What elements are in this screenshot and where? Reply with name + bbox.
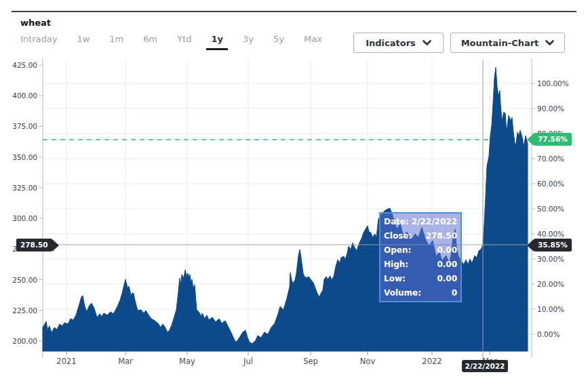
price-chart[interactable]: 100.00%90.00%80.00%70.00%60.00%50.00%40.…	[0, 0, 588, 383]
y-left-axis-label: 350.00	[12, 153, 37, 161]
tooltip-value: 0.00	[437, 243, 457, 257]
tooltip-label: Low:	[384, 272, 406, 285]
tooltip-label: Volume:	[384, 286, 421, 300]
y-right-axis-label: 0.00%	[537, 330, 560, 338]
tooltip-label: Open:	[384, 243, 411, 257]
y-right-axis-label: 40.00%	[537, 230, 564, 238]
x-axis-label: Sep	[303, 357, 318, 366]
y-left-axis-label: 325.00	[12, 184, 37, 192]
x-axis-label: 2022	[422, 357, 442, 366]
x-axis-label: Nov	[360, 357, 376, 366]
price-area-series[interactable]	[43, 67, 528, 351]
date-crosshair-badge: 2/22/2022	[462, 360, 508, 372]
price-crosshair-badge: 278.50	[16, 239, 52, 251]
y-left-axis-label: 225.00	[12, 306, 37, 315]
crosshair-tooltip: Date:2/22/2022Close:278.50Open:0.00High:…	[379, 212, 462, 302]
y-left-axis-label: 400.00	[12, 92, 37, 100]
y-left-axis-label: 375.00	[12, 122, 37, 130]
y-right-axis-label: 70.00%	[537, 155, 564, 163]
y-right-axis-label: 60.00%	[537, 180, 564, 188]
y-left-axis-label: 300.00	[12, 214, 37, 222]
tooltip-value: 2/22/2022	[412, 215, 457, 228]
tooltip-value: 278.50	[426, 229, 457, 243]
tooltip-row: High:0.00	[384, 258, 457, 271]
y-left-axis-label: 250.00	[12, 276, 37, 284]
tooltip-row: Low:0.00	[384, 272, 457, 285]
y-right-axis-label: 100.00%	[537, 79, 569, 87]
tooltip-label: Date:	[384, 215, 409, 228]
y-right-axis-label: 90.00%	[537, 104, 564, 113]
tooltip-row: Close:278.50	[384, 229, 457, 243]
tooltip-value: 0	[452, 286, 457, 300]
y-left-axis-label: 200.00	[12, 337, 37, 345]
x-axis-label: Jul	[243, 357, 253, 366]
tooltip-row: Volume:0	[384, 286, 457, 300]
percent-crosshair-badge: 35.85%	[534, 239, 572, 251]
tooltip-value: 0.00	[437, 258, 457, 271]
y-right-axis-label: 10.00%	[537, 305, 564, 313]
y-left-axis-label: 425.00	[12, 61, 37, 69]
y-right-axis-label: 50.00%	[537, 205, 564, 213]
tooltip-label: Close:	[384, 229, 412, 243]
x-axis-label: May	[179, 357, 195, 366]
current-percent-badge: 77.56%	[534, 133, 572, 146]
x-axis-label: 2021	[56, 357, 76, 366]
wheat-chart-app: wheat Intraday1w1m6mYtd1y3y5yMax Indicat…	[0, 0, 588, 383]
tooltip-row: Date:2/22/2022	[384, 215, 457, 228]
tooltip-row: Open:0.00	[384, 243, 457, 257]
tooltip-label: High:	[384, 258, 408, 271]
tooltip-value: 0.00	[437, 272, 457, 285]
x-axis-label: Mar	[118, 357, 133, 366]
y-right-axis-label: 20.00%	[537, 280, 564, 288]
y-right-axis-label: 30.00%	[537, 255, 564, 263]
